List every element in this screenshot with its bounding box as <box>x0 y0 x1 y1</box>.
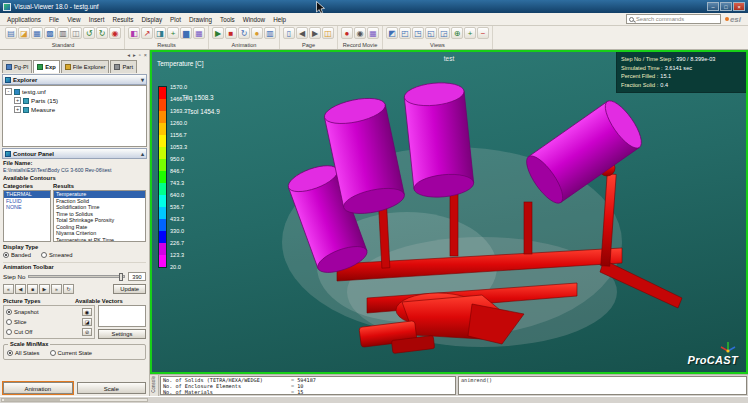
close-button[interactable]: × <box>733 2 745 11</box>
collapse-icon[interactable]: - <box>5 88 12 95</box>
toolbar-group-label[interactable]: Animation <box>212 41 276 49</box>
view-top-icon[interactable]: ◱ <box>425 27 437 39</box>
maximize-button[interactable]: □ <box>720 2 732 11</box>
panel-close-icon[interactable]: × <box>144 51 147 59</box>
tree-root-row[interactable]: - testg.unf <box>5 87 144 96</box>
view-iso-icon[interactable]: ◩ <box>386 27 398 39</box>
console-tab[interactable]: Console <box>150 375 159 396</box>
view-back-icon[interactable]: ◳ <box>412 27 424 39</box>
record-icon[interactable]: ● <box>341 27 353 39</box>
expand-icon[interactable]: + <box>14 97 21 104</box>
vector-icon[interactable]: ↗ <box>141 27 153 39</box>
zoom-fit-icon[interactable]: ⊕ <box>451 27 463 39</box>
scale-button[interactable]: Scale <box>77 382 147 394</box>
save-all-icon[interactable]: ▩ <box>44 27 56 39</box>
panel-back-icon[interactable]: ◂ <box>127 51 130 59</box>
undo-icon[interactable]: ↺ <box>83 27 95 39</box>
tree-parts-row[interactable]: + Parts (15) <box>5 96 144 105</box>
tab-part[interactable]: Part <box>110 60 137 73</box>
last-step-button[interactable]: » <box>51 284 62 294</box>
sidebar-horizontal-scrollbar[interactable] <box>1 398 148 402</box>
camera-icon[interactable]: ◉ <box>82 308 92 316</box>
tab-explorer[interactable]: Exp <box>33 60 60 73</box>
stop-button[interactable]: ■ <box>27 284 38 294</box>
contour-panel-header[interactable]: Contour Panel ▴ <box>2 148 147 159</box>
results-list[interactable]: Temperature Fraction Solid Solidificatio… <box>53 190 146 242</box>
camera-icon[interactable]: ◉ <box>354 27 366 39</box>
view-front-icon[interactable]: ◰ <box>399 27 411 39</box>
slice-icon[interactable]: ◪ <box>82 318 92 326</box>
step-value-field[interactable]: 390 <box>128 272 146 281</box>
chevron-up-icon[interactable]: ▴ <box>141 150 144 157</box>
menu-item-tools[interactable]: Tools <box>216 15 239 24</box>
new-file-icon[interactable]: ▤ <box>5 27 17 39</box>
step-back-button[interactable]: ◀ <box>15 284 26 294</box>
contour-icon[interactable]: ◧ <box>128 27 140 39</box>
viewport-3d[interactable]: test Temperature [C] 1570.01466.71363.31… <box>150 50 748 374</box>
update-button[interactable]: Update <box>113 284 146 294</box>
radio-all-states[interactable]: All States <box>7 350 40 356</box>
toolbar-group-label[interactable]: Standard <box>5 41 121 49</box>
view-bottom-icon[interactable]: ◲ <box>438 27 450 39</box>
menu-item-window[interactable]: Window <box>239 15 269 24</box>
print-icon[interactable]: ▥ <box>57 27 69 39</box>
explorer-header[interactable]: Explorer ▾ <box>2 74 147 85</box>
console-output[interactable]: No. of Solids (TETRA/HEXA/WEDGE) = 59418… <box>160 376 456 395</box>
radio-banded[interactable]: Banded <box>3 252 31 258</box>
animation-button[interactable]: Animation <box>3 382 73 394</box>
redo-icon[interactable]: ↻ <box>96 27 108 39</box>
panel-undock-icon[interactable]: ▫ <box>139 51 141 59</box>
cut-plane-icon[interactable]: ◨ <box>154 27 166 39</box>
toolbar-group-label[interactable]: Results <box>128 41 205 49</box>
anim-loop-icon[interactable]: ↻ <box>238 27 250 39</box>
zoom-in-icon[interactable]: + <box>464 27 476 39</box>
menu-item-view[interactable]: View <box>63 15 85 24</box>
tab-pg-pl[interactable]: Pg-Pl <box>2 60 32 73</box>
table-icon[interactable]: ▦ <box>193 27 205 39</box>
menu-item-help[interactable]: Help <box>269 15 290 24</box>
toolbar-group-label[interactable]: Views <box>386 41 489 49</box>
cutoff-icon[interactable]: ⊘ <box>82 328 92 336</box>
expand-icon[interactable]: + <box>14 106 21 113</box>
chevron-down-icon[interactable]: ▾ <box>141 76 144 83</box>
anim-clock-icon[interactable]: ● <box>251 27 263 39</box>
open-file-icon[interactable]: ◪ <box>18 27 30 39</box>
probe-icon[interactable]: + <box>167 27 179 39</box>
anim-frames-icon[interactable]: ▥ <box>264 27 276 39</box>
film-icon[interactable]: ▦ <box>367 27 379 39</box>
page-layout-icon[interactable]: ◫ <box>322 27 334 39</box>
refresh-icon[interactable]: ◉ <box>109 27 121 39</box>
menu-item-insert[interactable]: Insert <box>85 15 109 24</box>
menu-item-file[interactable]: File <box>45 15 63 24</box>
settings-button[interactable]: Settings <box>98 329 146 339</box>
page-new-icon[interactable]: ▯ <box>283 27 295 39</box>
loop-button[interactable]: ↻ <box>63 284 74 294</box>
casting-model[interactable] <box>152 52 746 372</box>
anim-play-icon[interactable]: ▶ <box>212 27 224 39</box>
radio-cutoff[interactable]: Cut Off <box>6 329 32 335</box>
radio-snapshot[interactable]: Snapshot <box>6 309 39 315</box>
console-command-input[interactable]: animrend() <box>458 376 747 395</box>
copy-icon[interactable]: ◫ <box>70 27 82 39</box>
slider-thumb[interactable] <box>119 273 123 281</box>
toolbar-group-label[interactable]: Record Movie <box>341 41 379 49</box>
menu-item-results[interactable]: Results <box>108 15 137 24</box>
save-icon[interactable]: ▦ <box>31 27 43 39</box>
available-vectors-list[interactable] <box>98 305 146 327</box>
menu-item-plot[interactable]: Plot <box>166 15 185 24</box>
menu-item-drawing[interactable]: Drawing <box>185 15 216 24</box>
page-next-icon[interactable]: ▶ <box>309 27 321 39</box>
step-slider[interactable] <box>28 275 125 278</box>
anim-stop-icon[interactable]: ■ <box>225 27 237 39</box>
zoom-out-icon[interactable]: − <box>477 27 489 39</box>
play-button[interactable]: ▶ <box>39 284 50 294</box>
scrollbar-thumb[interactable] <box>4 399 60 401</box>
tree-measure-row[interactable]: + Measure <box>5 105 144 114</box>
toolbar-group-label[interactable]: Page <box>283 41 334 49</box>
radio-slice[interactable]: Slice <box>6 319 27 325</box>
page-prev-icon[interactable]: ◀ <box>296 27 308 39</box>
minimize-button[interactable]: – <box>707 2 719 11</box>
panel-forward-icon[interactable]: ▸ <box>133 51 136 59</box>
radio-smeared[interactable]: Smeared <box>41 252 73 258</box>
categories-list[interactable]: THERMAL FLUID NONE <box>3 190 51 242</box>
